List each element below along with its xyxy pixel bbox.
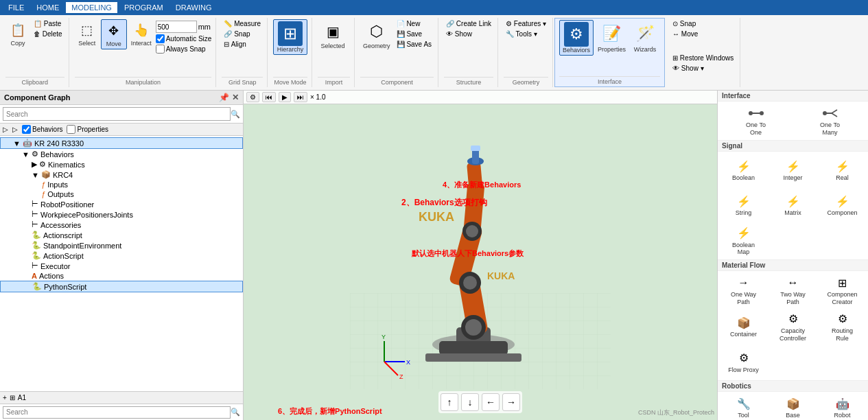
add-icon[interactable]: + <box>3 394 7 401</box>
nav-left-btn[interactable]: ← <box>482 393 500 411</box>
tree-item-accessories[interactable]: ⊢ Accessories <box>0 220 243 230</box>
filter-expand-icon2[interactable]: ▷ <box>12 126 18 133</box>
tree-item-kinematics[interactable]: ▶ ⚙ Kinematics <box>0 159 243 170</box>
new-button[interactable]: 📄 New <box>395 19 434 28</box>
properties-button[interactable]: 📝 Properties <box>595 20 629 54</box>
tree-item-kr240[interactable]: ▼ 🤖 KR 240 R3330 <box>0 137 243 149</box>
componentcreator-item[interactable]: ⊞ ComponenCreator <box>818 272 867 308</box>
hierarchy-button[interactable]: ⊞ Hierarchy <box>273 19 307 55</box>
measure-button[interactable]: 📏 Measure <box>222 19 263 28</box>
menu-home[interactable]: HOME <box>31 2 64 13</box>
select-button[interactable]: ⬚ Select <box>75 19 99 48</box>
one-to-many-label: One ToMany <box>820 121 840 137</box>
tree-item-robotpositioner[interactable]: ⊢ RobotPositioner <box>0 199 243 209</box>
tree-item-outputs[interactable]: ƒ Outputs <box>0 189 243 199</box>
toolcontainer-item[interactable]: 🔧 ToolContainer <box>719 393 768 420</box>
robot-svg: KUKA KUKA X Y Z <box>350 142 611 389</box>
matrix-item[interactable]: ⚡ Matrix <box>769 188 817 222</box>
robotcontroller-item[interactable]: 🤖 RobotController <box>818 393 867 420</box>
play-btn[interactable]: ▶ <box>279 92 291 102</box>
properties-filter-checkbox[interactable] <box>67 125 75 134</box>
tree-item-actionscript1[interactable]: 🐍 Actionscript <box>0 230 243 240</box>
string-item[interactable]: ⚡ String <box>719 188 768 222</box>
center-viewport[interactable]: ⚙ ⏮ ▶ ⏭ × 1.0 <box>244 91 717 420</box>
behaviors-button[interactable]: ⚙ Behaviors <box>559 20 594 56</box>
tree-item-pythonscript[interactable]: 🐍 PythonScript <box>0 281 243 292</box>
nav-up-btn[interactable]: ↑ <box>441 393 458 411</box>
twowaypath-item[interactable]: ↔ Two WayPath <box>769 272 817 308</box>
expand-icon: ▼ <box>32 171 39 179</box>
restore-windows-button[interactable]: ⊞ Restore Windows <box>670 54 736 62</box>
tree-label-krc4: KRC4 <box>53 171 73 179</box>
behaviors-icon: ⚙ <box>564 22 589 47</box>
menu-modeling[interactable]: MODELING <box>66 2 117 13</box>
settings-btn[interactable]: ⚙ <box>246 92 259 102</box>
features-button[interactable]: ⚙ Features ▾ <box>504 19 548 28</box>
ref-icon[interactable]: ⊞ <box>10 394 15 401</box>
tree-item-behaviors[interactable]: ▼ ⚙ Behaviors <box>0 149 243 159</box>
nav-right-btn[interactable]: → <box>502 393 520 411</box>
routingrule-item[interactable]: ⚙ RoutingRule <box>818 309 867 345</box>
next-btn[interactable]: ⏭ <box>294 92 307 102</box>
snap-button[interactable]: 🔗 Snap <box>222 30 252 38</box>
menu-file[interactable]: FILE <box>3 2 30 13</box>
search-input[interactable] <box>3 107 231 121</box>
pin-icon[interactable]: 📌 <box>219 93 229 102</box>
filter-expand-icon[interactable]: ▷ <box>3 126 8 133</box>
interact-button[interactable]: 👆 Interact <box>128 19 154 48</box>
geometry-label: Geometry <box>363 43 390 49</box>
snap-right-button[interactable]: ⊙ Snap <box>670 19 698 28</box>
tree-item-krc4[interactable]: ▼ 📦 KRC4 <box>0 170 243 180</box>
svg-rect-18 <box>439 341 508 355</box>
tree-label-outputs: Outputs <box>47 190 74 198</box>
move-button[interactable]: ✥ Move <box>101 19 127 49</box>
toolcontainer-label: ToolContainer <box>730 412 757 420</box>
show-right-button[interactable]: 👁 Show ▾ <box>670 64 706 73</box>
save-button[interactable]: 💾 Save <box>395 30 434 38</box>
align-button[interactable]: ⊟ Align <box>222 40 248 49</box>
component-item[interactable]: ⚡ Componen <box>818 188 867 222</box>
tree-item-standpoint[interactable]: 🐍 StandpointEnvironment <box>0 240 243 250</box>
tree-item-actions[interactable]: A Actions <box>0 271 243 281</box>
show-button[interactable]: 👁 Show <box>444 30 474 38</box>
behaviors-filter-checkbox[interactable] <box>22 125 31 134</box>
copy-button[interactable]: 📋 Copy <box>5 19 30 48</box>
container-flow-item[interactable]: 📦 Container <box>719 309 768 345</box>
manipulation-label: Manipulation <box>75 77 212 86</box>
tree-item-actionscript2[interactable]: 🐍 ActionScript <box>0 250 243 261</box>
one-to-one-item[interactable]: One ToOne <box>719 103 793 139</box>
flowproxy-item[interactable]: ⚙ Flow Proxy <box>719 345 768 379</box>
svg-rect-19 <box>425 353 521 362</box>
prev-btn[interactable]: ⏮ <box>262 92 276 102</box>
boolean-item[interactable]: ⚡ Boolean <box>719 153 768 187</box>
string-icon: ⚡ <box>736 193 752 209</box>
tree-item-executor[interactable]: ⊢ Executor <box>0 261 243 271</box>
onewaypath-item[interactable]: → One WayPath <box>719 272 768 308</box>
one-to-many-item[interactable]: One ToMany <box>793 103 867 139</box>
integer-item[interactable]: ⚡ Integer <box>769 153 817 187</box>
matrix-label: Matrix <box>784 209 801 217</box>
geometry-button[interactable]: ⬡ Geometry <box>360 19 393 51</box>
autosize-checkbox[interactable] <box>156 34 165 43</box>
close-panel-icon[interactable]: ✕ <box>232 93 239 102</box>
alwayssnap-checkbox[interactable] <box>156 45 165 54</box>
bottom-search-input[interactable] <box>3 406 231 419</box>
real-item[interactable]: ⚡ Real <box>818 153 867 187</box>
tree-item-inputs[interactable]: ƒ Inputs <box>0 180 243 189</box>
booleanmap-item[interactable]: ⚡ BooleanMap <box>719 223 768 259</box>
tools-button[interactable]: 🔧 Tools ▾ <box>504 30 539 38</box>
size-input[interactable] <box>156 21 197 33</box>
tree-item-workpiecejoints[interactable]: ⊢ WorkpiecePositionersJoints <box>0 209 243 220</box>
paste-button[interactable]: 📋 Paste <box>32 19 64 28</box>
nav-down-btn[interactable]: ↓ <box>461 393 479 411</box>
wizards-button[interactable]: 🪄 Wizards <box>630 20 660 54</box>
menu-program[interactable]: PROGRAM <box>119 2 169 13</box>
selected-button[interactable]: ▣ Selected <box>318 19 348 51</box>
basecontainer-item[interactable]: 📦 BaseContainer <box>769 393 817 420</box>
menu-drawing[interactable]: DRAWING <box>170 2 218 13</box>
move-right-button[interactable]: ↔ Move <box>670 30 700 38</box>
delete-button[interactable]: 🗑 Delete <box>32 30 64 38</box>
saveas-button[interactable]: 💾 Save As <box>395 40 434 49</box>
createlink-button[interactable]: 🔗 Create Link <box>444 19 493 28</box>
capacitycontroller-item[interactable]: ⚙ CapacityController <box>769 309 817 345</box>
